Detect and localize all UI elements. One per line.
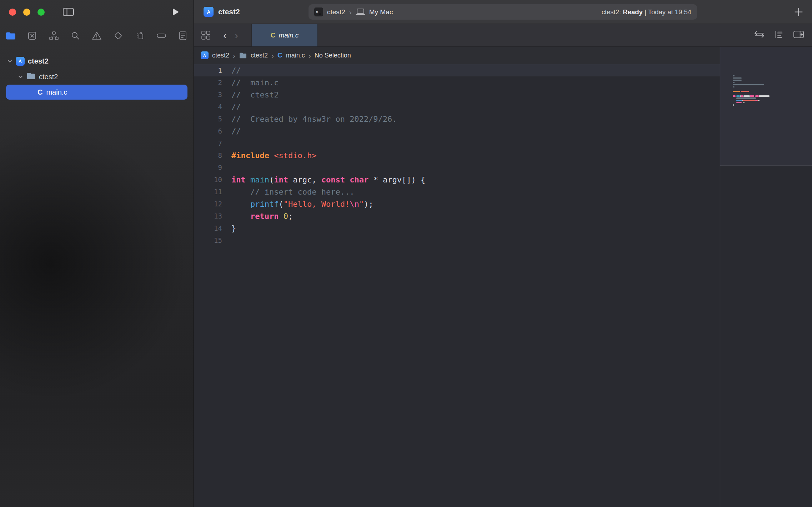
xcode-project-icon xyxy=(16,57,25,66)
editor-options-icon[interactable] xyxy=(774,30,784,41)
project-navigator-tree: ctest2 ctest2 C main.c xyxy=(0,47,194,100)
line-number[interactable]: 11 xyxy=(194,188,222,196)
tab-bar: ‹ › C main.c xyxy=(194,24,812,47)
run-button[interactable] xyxy=(171,7,180,17)
jump-bar: ctest2 › ctest2 › C main.c › No Selectio… xyxy=(194,47,720,64)
line-number[interactable]: 8 xyxy=(194,151,222,159)
project-navigator-icon[interactable] xyxy=(5,30,16,41)
chevron-separator: › xyxy=(271,52,274,59)
source-control-navigator-icon[interactable] xyxy=(26,30,38,41)
code-line[interactable]: 2// main.c xyxy=(194,76,720,89)
laptop-icon xyxy=(356,8,365,16)
c-file-icon: C xyxy=(277,51,282,59)
window-title: ctest2 xyxy=(218,7,240,16)
code-review-icon[interactable] xyxy=(754,30,765,40)
line-number[interactable]: 10 xyxy=(194,176,222,184)
window-controls xyxy=(9,9,45,16)
go-forward-button[interactable]: › xyxy=(233,30,240,41)
line-number[interactable]: 13 xyxy=(194,212,222,220)
chevron-separator: › xyxy=(349,8,352,16)
tree-item-label: ctest2 xyxy=(39,73,58,81)
close-window-button[interactable] xyxy=(9,9,16,16)
line-number[interactable]: 9 xyxy=(194,164,222,171)
code-line[interactable]: 15 xyxy=(194,234,720,246)
c-file-icon: C xyxy=(37,88,42,96)
minimize-window-button[interactable] xyxy=(23,9,30,16)
status-divider: | xyxy=(645,8,646,16)
toggle-sidebar-icon[interactable] xyxy=(62,7,74,17)
activity-status: ctest2: Ready | Today at 19:54 xyxy=(602,8,691,16)
main-area: ctest2 >_ ctest2 › My Mac ctest2: Ready … xyxy=(194,0,812,507)
tree-item-label: ctest2 xyxy=(28,57,49,65)
tab-main-c[interactable]: C main.c xyxy=(251,24,318,46)
code-line[interactable]: 1// xyxy=(194,64,720,76)
xcode-project-icon xyxy=(201,51,209,59)
scheme-name[interactable]: ctest2 xyxy=(327,8,345,16)
find-navigator-icon[interactable] xyxy=(70,30,81,41)
editor-controls xyxy=(754,30,804,41)
tree-item-project[interactable]: ctest2 xyxy=(0,53,194,69)
code-line[interactable]: 13 return 0; xyxy=(194,210,720,222)
line-number[interactable]: 3 xyxy=(194,91,222,99)
issue-navigator-icon[interactable] xyxy=(91,30,102,41)
zoom-window-button[interactable] xyxy=(37,9,45,16)
chevron-separator: › xyxy=(309,52,311,59)
folder-icon xyxy=(239,52,247,59)
code-line[interactable]: 4// xyxy=(194,101,720,113)
source-editor[interactable]: 1//2// main.c3// ctest24//5// Created by… xyxy=(194,64,720,507)
code-line[interactable]: 6// xyxy=(194,125,720,137)
report-navigator-icon[interactable] xyxy=(177,30,189,41)
minimap[interactable] xyxy=(720,47,812,507)
scheme-terminal-icon: >_ xyxy=(314,7,323,16)
tree-item-group[interactable]: ctest2 xyxy=(0,69,194,85)
status-time: Today at 19:54 xyxy=(648,8,691,16)
line-number[interactable]: 1 xyxy=(194,66,222,74)
tree-item-file-selected[interactable]: C main.c xyxy=(6,85,187,100)
sidebar: ctest2 ctest2 C main.c xyxy=(0,0,194,507)
code-line[interactable]: 8#include <stdio.h> xyxy=(194,149,720,161)
scheme-destination[interactable]: My Mac xyxy=(369,8,393,16)
disclosure-chevron-icon[interactable] xyxy=(7,59,12,64)
breadcrumb-project[interactable]: ctest2 xyxy=(212,52,229,59)
symbol-navigator-icon[interactable] xyxy=(48,30,60,41)
line-number[interactable]: 7 xyxy=(194,139,222,147)
library-add-button[interactable] xyxy=(794,7,803,17)
navigator-bar xyxy=(0,24,194,47)
tab-overview-icon[interactable] xyxy=(201,30,211,40)
test-navigator-icon[interactable] xyxy=(112,30,124,41)
code-line[interactable]: 9 xyxy=(194,161,720,174)
code-lines: 1//2// main.c3// ctest24//5// Created by… xyxy=(194,64,720,246)
line-number[interactable]: 15 xyxy=(194,236,222,244)
add-editor-icon[interactable] xyxy=(793,30,804,40)
status-state: Ready xyxy=(623,8,643,16)
code-line[interactable]: 7 xyxy=(194,137,720,149)
breadcrumb-selection[interactable]: No Selection xyxy=(315,52,351,59)
line-number[interactable]: 14 xyxy=(194,224,222,232)
code-line[interactable]: 3// ctest2 xyxy=(194,89,720,101)
c-file-icon: C xyxy=(271,31,276,39)
sidebar-toolbar xyxy=(0,0,194,24)
code-line[interactable]: 10int main(int argc, const char * argv[]… xyxy=(194,174,720,186)
line-number[interactable]: 12 xyxy=(194,200,222,208)
line-number[interactable]: 2 xyxy=(194,79,222,86)
debug-navigator-icon[interactable] xyxy=(134,30,146,41)
disclosure-chevron-icon[interactable] xyxy=(18,74,23,80)
code-line[interactable]: 12 printf("Hello, World!\n"); xyxy=(194,198,720,210)
scheme-destination-picker[interactable]: >_ ctest2 › My Mac xyxy=(314,7,393,16)
xcode-window: ctest2 ctest2 C main.c xyxy=(0,0,812,507)
scheme-selector[interactable]: >_ ctest2 › My Mac ctest2: Ready | Today… xyxy=(309,4,697,20)
go-back-button[interactable]: ‹ xyxy=(222,30,228,41)
code-line[interactable]: 14} xyxy=(194,222,720,234)
breadcrumb-file[interactable]: main.c xyxy=(286,52,305,59)
tab-label: main.c xyxy=(279,31,299,39)
tree-item-label: main.c xyxy=(46,88,67,96)
xcode-app-icon xyxy=(204,7,214,17)
line-number[interactable]: 5 xyxy=(194,115,222,123)
code-line[interactable]: 5// Created by 4nsw3r on 2022/9/26. xyxy=(194,113,720,125)
toolbar: ctest2 >_ ctest2 › My Mac ctest2: Ready … xyxy=(194,0,812,24)
line-number[interactable]: 6 xyxy=(194,127,222,135)
breakpoint-navigator-icon[interactable] xyxy=(156,30,167,41)
code-line[interactable]: 11 // insert code here... xyxy=(194,186,720,198)
breadcrumb-group[interactable]: ctest2 xyxy=(251,52,268,59)
line-number[interactable]: 4 xyxy=(194,103,222,111)
